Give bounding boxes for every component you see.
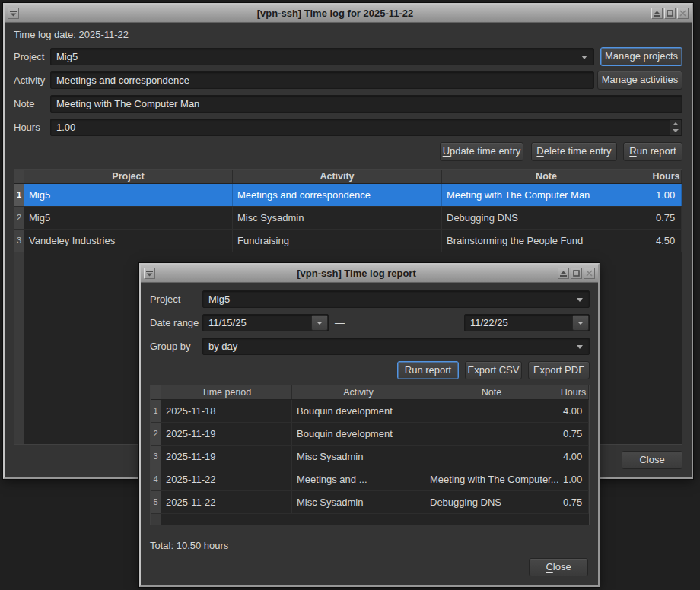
dialog-content: Project Mig5 Date range 11/15/25 — 11/22… xyxy=(141,283,598,585)
main-window-title: [vpn-ssh] Time log for 2025-11-22 xyxy=(22,8,648,19)
desktop: [vpn-ssh] Time log for 2025-11-22 Time l… xyxy=(0,0,700,590)
hours-spinner[interactable] xyxy=(670,120,681,135)
column-header-activity[interactable]: Activity xyxy=(233,170,442,183)
group-by-combobox[interactable]: by day xyxy=(202,338,590,355)
shade-button[interactable] xyxy=(651,8,663,19)
report-table: Time period Activity Note Hours 1 2025-1… xyxy=(150,385,590,525)
cell-hours: 1.00 xyxy=(558,468,589,490)
time-entry-row[interactable]: 3 Vandeley Industries Fundraising Brains… xyxy=(14,230,682,252)
cell-note xyxy=(425,446,558,468)
cell-note xyxy=(425,423,558,445)
group-by-label: Group by xyxy=(150,338,190,355)
project-combobox[interactable]: Mig5 xyxy=(50,48,594,65)
cell-activity: Misc Sysadmin xyxy=(292,446,425,468)
report-row[interactable]: 3 2025-11-19 Misc Sysadmin 4.00 xyxy=(151,446,589,468)
main-close-button[interactable]: Close xyxy=(622,451,682,469)
close-window-button[interactable] xyxy=(677,8,689,19)
cell-time-period: 2025-11-18 xyxy=(161,400,292,422)
export-pdf-button[interactable]: Export PDF xyxy=(528,361,590,379)
corner-header xyxy=(14,170,24,183)
date-start-dropdown-button[interactable] xyxy=(311,315,328,331)
window-menu-button[interactable] xyxy=(8,8,19,19)
note-input[interactable]: Meeting with The Computer Man xyxy=(50,95,682,113)
date-start-value: 11/15/25 xyxy=(208,317,247,328)
report-row[interactable]: 4 2025-11-22 Meetings and ... Meeting wi… xyxy=(151,468,589,491)
row-number: 2 xyxy=(151,423,161,445)
delete-time-entry-button[interactable]: Delete time entry xyxy=(531,142,617,161)
time-entry-row[interactable]: 1 Mig5 Meetings and correspondence Meeti… xyxy=(14,184,682,207)
manage-projects-button[interactable]: Manage projects xyxy=(600,47,682,66)
cell-note: Debugging DNS xyxy=(425,491,558,513)
time-entry-row[interactable]: 2 Mig5 Misc Sysadmin Debugging DNS 0.75 xyxy=(14,207,682,230)
hours-value: 1.00 xyxy=(56,122,75,133)
cell-activity: Bouquin development xyxy=(292,423,425,445)
cell-hours: 0.75 xyxy=(558,491,589,513)
report-row[interactable]: 2 2025-11-19 Bouquin development 0.75 xyxy=(151,423,589,446)
table-body: 1 2025-11-18 Bouquin development 4.00 2 … xyxy=(151,400,589,514)
date-range-separator: — xyxy=(335,314,345,331)
window-menu-icon xyxy=(10,11,17,17)
column-header-time-period[interactable]: Time period xyxy=(161,385,292,399)
date-end-input[interactable]: 11/22/25 xyxy=(464,314,590,331)
cell-hours: 4.00 xyxy=(558,446,589,468)
cell-activity: Misc Sysadmin xyxy=(233,207,442,229)
shade-icon xyxy=(654,11,660,17)
cell-note: Meeting with The Computer Man xyxy=(442,184,651,206)
time-log-date-label: Time log date: 2025-11-22 xyxy=(14,26,129,43)
table-header: Project Activity Note Hours xyxy=(14,170,682,184)
run-report-button[interactable]: Run report xyxy=(623,142,682,161)
maximize-icon xyxy=(667,10,673,17)
date-end-value: 11/22/25 xyxy=(470,317,508,328)
cell-activity: Meetings and ... xyxy=(292,468,425,490)
date-end-dropdown-button[interactable] xyxy=(572,315,589,331)
close-icon xyxy=(586,270,593,277)
cell-time-period: 2025-11-19 xyxy=(161,423,292,445)
cell-note: Debugging DNS xyxy=(442,207,651,229)
cell-hours: 4.00 xyxy=(558,400,589,422)
report-row[interactable]: 5 2025-11-22 Misc Sysadmin Debugging DNS… xyxy=(151,491,589,514)
dialog-titlebar[interactable]: [vpn-ssh] Time log report xyxy=(141,265,598,283)
dialog-title: [vpn-ssh] Time log report xyxy=(158,268,555,279)
column-header-note[interactable]: Note xyxy=(425,385,558,399)
maximize-button[interactable] xyxy=(664,8,676,19)
shade-button[interactable] xyxy=(558,268,569,279)
column-header-project[interactable]: Project xyxy=(24,170,233,183)
window-menu-button[interactable] xyxy=(144,268,155,279)
report-project-combobox[interactable]: Mig5 xyxy=(202,290,590,308)
row-number: 2 xyxy=(14,207,24,229)
hours-label: Hours xyxy=(14,119,40,136)
close-window-button[interactable] xyxy=(584,268,595,279)
row-number: 1 xyxy=(14,184,24,206)
column-header-activity[interactable]: Activity xyxy=(292,385,425,399)
spin-down-icon[interactable] xyxy=(670,128,681,135)
cell-hours: 4.50 xyxy=(651,230,682,252)
table-body: 1 Mig5 Meetings and correspondence Meeti… xyxy=(14,184,682,252)
date-start-input[interactable]: 11/15/25 xyxy=(202,314,329,331)
cell-hours: 0.75 xyxy=(558,423,589,445)
row-number: 1 xyxy=(151,400,161,422)
report-row[interactable]: 1 2025-11-18 Bouquin development 4.00 xyxy=(151,400,589,423)
dialog-close-button[interactable]: Close xyxy=(529,558,588,576)
activity-input[interactable]: Meetings and correspondence xyxy=(50,71,594,89)
update-time-entry-button[interactable]: Update time entry xyxy=(440,142,523,161)
spin-up-icon[interactable] xyxy=(670,120,681,128)
shade-icon xyxy=(560,271,567,277)
row-number: 3 xyxy=(151,446,161,468)
cell-note: Meeting with The Computer... xyxy=(425,468,558,490)
cell-time-period: 2025-11-22 xyxy=(161,491,292,513)
date-range-label: Date range xyxy=(150,314,199,331)
maximize-button[interactable] xyxy=(571,268,582,279)
export-csv-button[interactable]: Export CSV xyxy=(465,361,522,379)
main-titlebar[interactable]: [vpn-ssh] Time log for 2025-11-22 xyxy=(5,5,692,23)
row-number: 5 xyxy=(151,491,161,513)
column-header-hours[interactable]: Hours xyxy=(558,385,589,399)
cell-activity: Misc Sysadmin xyxy=(292,491,425,513)
corner-header xyxy=(151,385,161,399)
column-header-note[interactable]: Note xyxy=(442,170,651,183)
column-header-hours[interactable]: Hours xyxy=(651,170,682,183)
manage-activities-button[interactable]: Manage activities xyxy=(597,71,682,90)
chevron-down-icon xyxy=(578,322,584,325)
dialog-run-report-button[interactable]: Run report xyxy=(397,361,459,379)
cell-hours: 0.75 xyxy=(651,207,682,229)
hours-spinbox[interactable]: 1.00 xyxy=(50,119,682,136)
